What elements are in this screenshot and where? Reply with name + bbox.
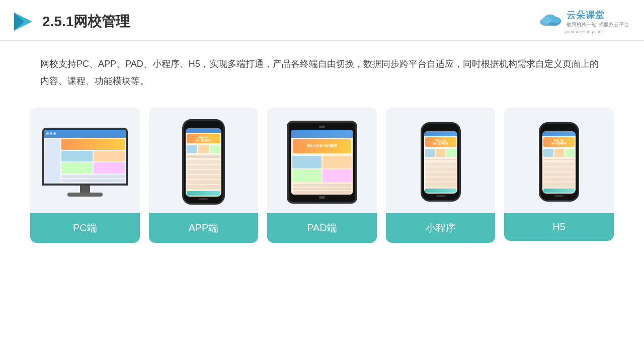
card-h5-image: 职达人的第一堂判断课 [504, 108, 614, 213]
description-text: 网校支持PC、APP、PAD、小程序、H5，实现多端打通，产品各终端自由切换，数… [0, 41, 644, 98]
pc-monitor-mockup [42, 128, 128, 197]
logo-text: 云朵课堂 教育机构一站 式服务云平台 [567, 9, 629, 28]
svg-point-5 [542, 17, 552, 24]
card-pc: PC端 [30, 108, 140, 243]
header: 2.5.1网校管理 云朵课堂 教育机构一站 式服务云平台 yunduoketan… [0, 0, 644, 41]
card-app-label: APP端 [149, 213, 259, 243]
card-h5-label: H5 [504, 213, 614, 241]
cloud-icon [538, 10, 564, 28]
card-pc-image [30, 108, 140, 213]
phone-mockup-app: 职达人的第一堂判断课 [182, 119, 225, 205]
card-pad-image: 职达人的第一堂判断课 [267, 108, 377, 213]
page-title: 2.5.1网校管理 [42, 12, 130, 31]
tablet-mockup: 职达人的第一堂判断课 [287, 121, 357, 204]
brand-logo-icon [10, 10, 34, 34]
cards-section: PC端 职达人的第一堂判断课 [0, 98, 644, 258]
svg-point-6 [552, 18, 560, 24]
card-pad: 职达人的第一堂判断课 PAD端 [267, 108, 377, 243]
card-miniprogram: 职达人的第一堂判断课 [386, 108, 496, 243]
card-app: 职达人的第一堂判断课 [149, 108, 259, 243]
card-miniprogram-label: 小程序 [386, 213, 496, 243]
card-h5: 职达人的第一堂判断课 [504, 108, 614, 241]
card-pad-label: PAD端 [267, 213, 377, 243]
phone-mockup-mini: 职达人的第一堂判断课 [421, 122, 461, 202]
brand-logo-right: 云朵课堂 教育机构一站 式服务云平台 yunduoketang.com [538, 9, 629, 34]
card-miniprogram-image: 职达人的第一堂判断课 [386, 108, 496, 213]
header-left: 2.5.1网校管理 [10, 10, 130, 34]
card-pc-label: PC端 [30, 213, 140, 243]
card-app-image: 职达人的第一堂判断课 [149, 108, 259, 213]
phone-mockup-h5: 职达人的第一堂判断课 [539, 122, 579, 202]
